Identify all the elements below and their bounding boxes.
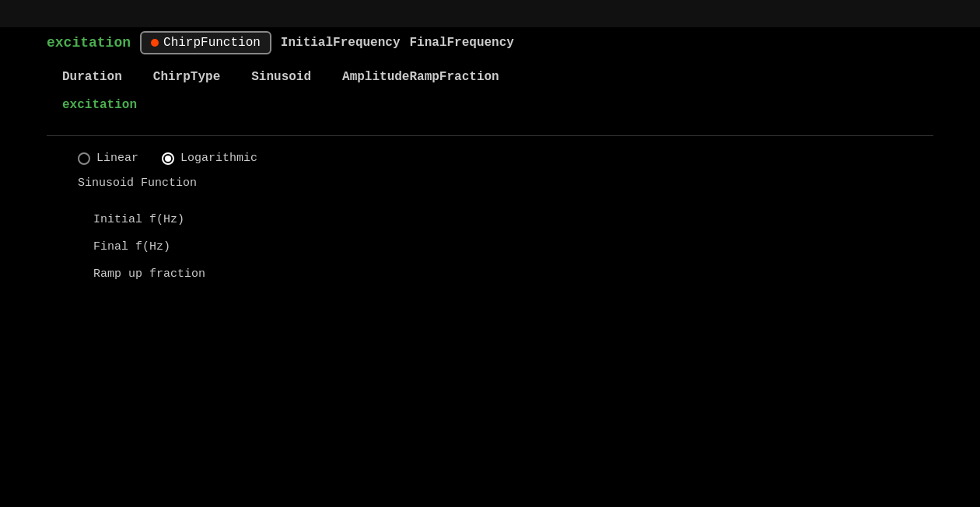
initial-frequency-label: InitialFrequency bbox=[281, 36, 401, 50]
excitation-label-small: excitation bbox=[62, 98, 137, 112]
sinusoid-label: Sinusoid bbox=[251, 70, 311, 84]
ramp-fraction-row: Ramp up fraction bbox=[93, 267, 933, 281]
line2: Duration ChirpType Sinusoid AmplitudeRam… bbox=[47, 70, 933, 84]
final-f-label: Final f(Hz) bbox=[93, 240, 218, 253]
radio-linear-label: Linear bbox=[96, 152, 138, 165]
amplitude-ramp-fraction-label: AmplitudeRampFraction bbox=[342, 70, 499, 84]
duration-label: Duration bbox=[62, 70, 122, 84]
line3: excitation bbox=[47, 98, 933, 112]
sinusoid-function-text: Sinusoid Function bbox=[78, 177, 197, 190]
line1: excitation ChirpFunction InitialFrequenc… bbox=[47, 31, 933, 54]
chirp-type-label: ChirpType bbox=[153, 70, 220, 84]
radio-linear-circle[interactable] bbox=[78, 152, 90, 165]
sinusoid-line: Sinusoid Function bbox=[47, 176, 933, 190]
initial-f-row: Initial f(Hz) bbox=[93, 213, 933, 226]
excitation-label: excitation bbox=[47, 35, 131, 51]
chirp-function-label: ChirpFunction bbox=[163, 36, 261, 50]
chirp-function-badge[interactable]: ChirpFunction bbox=[140, 31, 271, 54]
initial-f-label: Initial f(Hz) bbox=[93, 213, 218, 226]
radio-logarithmic[interactable]: Logarithmic bbox=[162, 152, 257, 165]
radio-logarithmic-circle[interactable] bbox=[162, 152, 174, 165]
separator bbox=[47, 135, 933, 136]
param-rows: Initial f(Hz) Final f(Hz) Ramp up fracti… bbox=[47, 213, 933, 281]
final-frequency-label: FinalFrequency bbox=[409, 36, 513, 50]
radio-logarithmic-label: Logarithmic bbox=[180, 152, 257, 165]
main-container: excitation ChirpFunction InitialFrequenc… bbox=[0, 0, 980, 312]
chirp-icon-dot bbox=[151, 39, 159, 47]
final-f-row: Final f(Hz) bbox=[93, 240, 933, 253]
radio-group: Linear Logarithmic bbox=[47, 152, 933, 165]
ramp-fraction-label: Ramp up fraction bbox=[93, 267, 218, 281]
radio-linear[interactable]: Linear bbox=[78, 152, 138, 165]
